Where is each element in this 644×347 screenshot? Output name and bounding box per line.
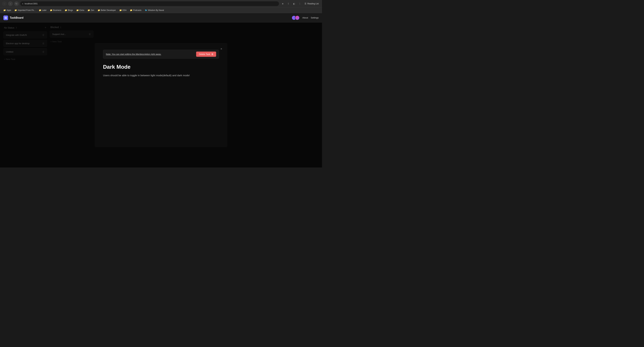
app-name: TaskBoard: [10, 16, 24, 19]
forward-button[interactable]: ›: [8, 1, 13, 6]
folder-icon: 📁: [98, 9, 100, 11]
bookmark-label: Business: [53, 9, 61, 11]
bookmark-better-developer[interactable]: 📁 Better Developer: [96, 8, 117, 12]
close-icon: ×: [220, 47, 222, 51]
app-logo-icon: [3, 15, 8, 20]
folder-icon: 📁: [3, 9, 6, 11]
note-label: Note: [106, 53, 110, 55]
modal-note-text: Note: You can start editing the title/de…: [106, 53, 161, 55]
bookmark-blogs[interactable]: 📁 Blogs: [63, 8, 74, 12]
reload-button[interactable]: ↻: [14, 1, 19, 6]
modal-close-button[interactable]: ×: [219, 46, 224, 52]
board-area: No Status 3 + Integrate with DraftJS 🗑 E…: [0, 22, 322, 167]
bookmark-label: DSA: [122, 9, 127, 11]
app-header: TaskBoard About Settings: [0, 13, 322, 22]
modal-overlay[interactable]: × Note: You can start editing the title/…: [0, 22, 322, 167]
folder-icon: 📁: [65, 9, 67, 11]
about-link[interactable]: About: [302, 16, 308, 19]
modal-note-bar: Note: You can start editing the title/de…: [103, 50, 219, 59]
task-modal: × Note: You can start editing the title/…: [94, 43, 228, 147]
bookmark-later[interactable]: 📁 Later: [38, 8, 48, 12]
bookmark-dsa[interactable]: 📁 DSA: [118, 8, 128, 12]
bookmark-label: Wisdom By Naval: [148, 9, 164, 11]
app-content: TaskBoard About Settings No Status 3 + I…: [0, 13, 322, 167]
delete-task-button[interactable]: Delete Task 🗑: [196, 51, 216, 57]
url-text: localhost:3001: [25, 2, 38, 5]
bookmark-label: Later: [42, 9, 46, 11]
bookmark-business[interactable]: 📁 Business: [48, 8, 63, 12]
bookmark-apps[interactable]: 📁 Apps: [2, 8, 12, 12]
reading-list-button[interactable]: ☰ Reading List: [303, 2, 320, 5]
folder-icon: 📁: [50, 9, 52, 11]
nav-bar: ‹ › ↻ ● localhost:3001 ★ ⇧ ◐ ⋮ ☰ Reading…: [0, 0, 322, 7]
folder-icon: 📁: [130, 9, 132, 11]
lock-icon: ●: [22, 3, 23, 5]
menu-icon[interactable]: ⋮: [298, 1, 302, 6]
bookmark-label: Better Developer: [101, 9, 116, 11]
folder-icon: 📁: [76, 9, 79, 11]
folder-icon: 📁: [39, 9, 41, 11]
avatar-group: [292, 15, 300, 20]
nav-actions: ★ ⇧ ◐ ⋮ ☰ Reading List: [280, 1, 320, 6]
bookmark-label: Apps: [6, 9, 11, 11]
svg-rect-2: [5, 18, 6, 19]
extensions-icon[interactable]: ◐: [292, 1, 296, 6]
address-bar[interactable]: ● localhost:3001: [20, 1, 279, 6]
twitter-icon: 🐦: [145, 9, 148, 11]
bookmark-label: Zen: [91, 9, 94, 11]
modal-title[interactable]: Dark Mode: [103, 64, 219, 70]
modal-description[interactable]: Users should be able to toggle in betwee…: [103, 73, 219, 77]
svg-rect-3: [6, 18, 7, 19]
folder-icon: 📁: [88, 9, 90, 11]
bookmark-label: Podcasts: [133, 9, 141, 11]
bookmark-label: Extra: [80, 9, 84, 11]
app-logo: TaskBoard: [3, 15, 24, 20]
bookmark-label: Imported From Fir...: [18, 9, 35, 11]
bookmark-extra[interactable]: 📁 Extra: [75, 8, 86, 12]
bookmark-imported[interactable]: 📁 Imported From Fir...: [13, 8, 37, 12]
reading-list-icon: ☰: [304, 2, 306, 5]
avatar-2: [295, 15, 300, 20]
svg-rect-1: [6, 17, 7, 18]
trash-icon: 🗑: [211, 53, 214, 55]
reading-list-label: Reading List: [308, 2, 319, 5]
bookmark-zen[interactable]: 📁 Zen: [86, 8, 96, 12]
delete-task-label: Delete Task: [199, 53, 210, 55]
svg-rect-0: [5, 17, 6, 18]
settings-link[interactable]: Settings: [311, 16, 319, 19]
folder-icon: 📁: [14, 9, 17, 11]
bookmark-podcasts[interactable]: 📁 Podcasts: [128, 8, 143, 12]
note-content: : You can start editing the title/descri…: [110, 53, 161, 55]
back-button[interactable]: ‹: [2, 1, 7, 6]
bookmarks-bar: 📁 Apps 📁 Imported From Fir... 📁 Later 📁 …: [0, 7, 322, 13]
folder-icon: 📁: [119, 9, 122, 11]
bookmark-wisdom[interactable]: 🐦 Wisdom By Naval: [144, 8, 165, 12]
browser-chrome: ‹ › ↻ ● localhost:3001 ★ ⇧ ◐ ⋮ ☰ Reading…: [0, 0, 322, 13]
header-actions: About Settings: [292, 15, 319, 20]
star-icon[interactable]: ★: [280, 1, 285, 6]
share-icon[interactable]: ⇧: [286, 1, 291, 6]
bookmark-label: Blogs: [68, 9, 73, 11]
